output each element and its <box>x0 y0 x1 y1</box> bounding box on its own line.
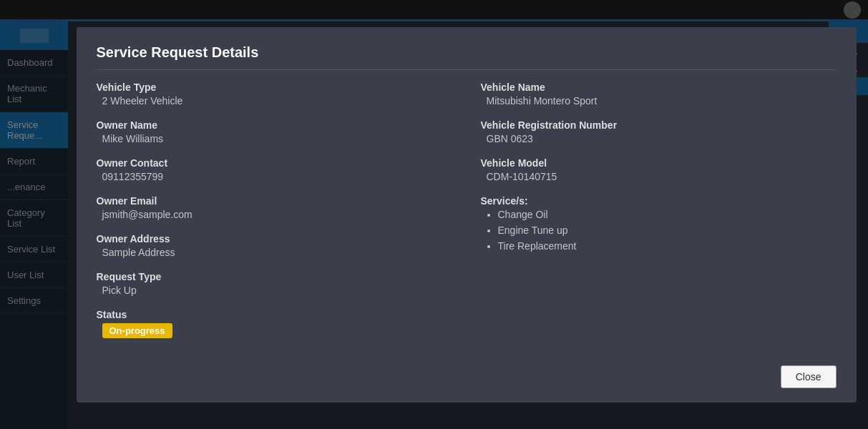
service-request-modal: Service Request Details Vehicle Type 2 W… <box>77 27 857 403</box>
modal-title: Service Request Details <box>97 44 837 70</box>
vehicle-name-value: Mitsubishi Montero Sport <box>481 95 837 107</box>
vehicle-reg-value: GBN 0623 <box>481 133 837 144</box>
owner-email-group: Owner Email jsmith@sample.com <box>97 195 452 220</box>
close-button[interactable]: Close <box>781 365 837 388</box>
vehicle-model-group: Vehicle Model CDM-10140715 <box>481 157 837 182</box>
modal-right-col: Vehicle Name Mitsubishi Montero Sport Ve… <box>481 82 837 351</box>
request-type-label: Request Type <box>97 271 452 282</box>
services-group: Service/s: Change Oil Engine Tune up Tir… <box>481 195 837 252</box>
request-type-value: Pick Up <box>97 285 452 296</box>
owner-contact-group: Owner Contact 09112355799 <box>97 157 452 182</box>
vehicle-model-label: Vehicle Model <box>481 157 837 169</box>
request-type-group: Request Type Pick Up <box>97 271 452 296</box>
services-label: Service/s: <box>481 195 837 207</box>
service-item-3: Tire Replacement <box>498 240 837 252</box>
services-list: Change Oil Engine Tune up Tire Replaceme… <box>481 209 837 252</box>
vehicle-type-label: Vehicle Type <box>97 82 452 93</box>
vehicle-name-group: Vehicle Name Mitsubishi Montero Sport <box>481 82 837 107</box>
status-badge: On-progress <box>102 323 172 338</box>
owner-address-value: Sample Address <box>97 247 452 258</box>
vehicle-type-group: Vehicle Type 2 Wheeler Vehicle <box>97 82 452 107</box>
owner-contact-label: Owner Contact <box>97 157 452 169</box>
owner-email-value: jsmith@sample.com <box>97 209 452 220</box>
vehicle-reg-label: Vehicle Registration Number <box>481 119 837 131</box>
modal-body: Vehicle Type 2 Wheeler Vehicle Owner Nam… <box>97 82 837 351</box>
owner-email-label: Owner Email <box>97 195 452 207</box>
owner-address-label: Owner Address <box>97 233 452 245</box>
service-item-1: Change Oil <box>498 209 837 220</box>
vehicle-name-label: Vehicle Name <box>481 82 837 93</box>
modal-left-col: Vehicle Type 2 Wheeler Vehicle Owner Nam… <box>97 82 452 351</box>
owner-address-group: Owner Address Sample Address <box>97 233 452 258</box>
vehicle-model-value: CDM-10140715 <box>481 171 837 182</box>
owner-name-group: Owner Name Mike Williams <box>97 119 452 144</box>
modal-footer: Close <box>97 365 837 388</box>
service-item-2: Engine Tune up <box>498 225 837 236</box>
vehicle-reg-group: Vehicle Registration Number GBN 0623 <box>481 119 837 144</box>
modal-overlay: Service Request Details Vehicle Type 2 W… <box>0 0 868 429</box>
vehicle-type-value: 2 Wheeler Vehicle <box>97 95 452 107</box>
status-label: Status <box>97 309 452 320</box>
owner-name-value: Mike Williams <box>97 133 452 144</box>
status-group: Status On-progress <box>97 309 452 338</box>
owner-contact-value: 09112355799 <box>97 171 452 182</box>
owner-name-label: Owner Name <box>97 119 452 131</box>
